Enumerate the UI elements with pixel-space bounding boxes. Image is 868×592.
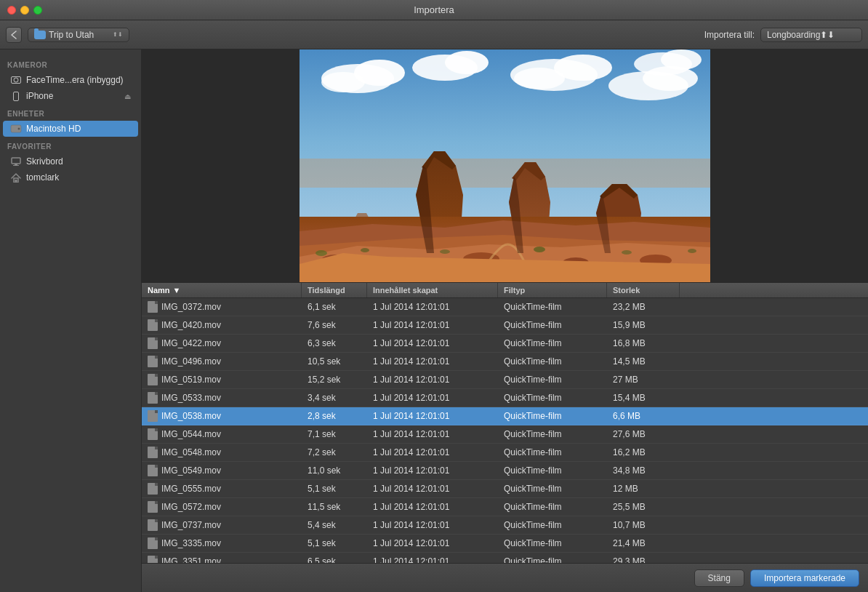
file-created: 1 Jul 2014 12:01:01 [367, 499, 498, 515]
sidebar-item-facetime[interactable]: FaceTime...era (inbyggd) [3, 72, 138, 88]
file-created: 1 Jul 2014 12:01:01 [367, 481, 498, 497]
file-type: QuickTime-film [498, 426, 607, 442]
file-created: 1 Jul 2014 12:01:01 [367, 463, 498, 479]
col-header-created[interactable]: Innehållet skapat [367, 283, 498, 297]
file-size: 29,3 MB [607, 553, 680, 563]
sidebar-item-skrivbord[interactable]: Skrivbord [3, 153, 138, 169]
file-name: IMG_0422.mov [161, 338, 221, 348]
table-row[interactable]: IMG_3351.mov 6,5 sek 1 Jul 2014 12:01:01… [142, 553, 868, 563]
table-row[interactable]: IMG_0555.mov 5,1 sek 1 Jul 2014 12:01:01… [142, 480, 868, 498]
file-created: 1 Jul 2014 12:01:01 [367, 299, 498, 315]
import-to-label: Importera till: [704, 30, 755, 40]
file-type: QuickTime-film [498, 408, 607, 424]
skrivbord-label: Skrivbord [26, 156, 131, 167]
col-header-duration[interactable]: Tidslängd [302, 283, 367, 297]
minimize-button[interactable] [20, 6, 29, 15]
svg-point-1 [18, 128, 20, 130]
file-icon [148, 537, 158, 549]
file-icon [148, 519, 158, 531]
folder-selector[interactable]: Trip to Utah ⬆⬇ [28, 28, 129, 42]
maximize-button[interactable] [33, 6, 42, 15]
preview-image [300, 49, 710, 282]
file-type: QuickTime-film [498, 299, 607, 315]
sidebar-item-tomclark[interactable]: tomclark [3, 169, 138, 185]
file-list-header: Namn ▼ Tidslängd Innehållet skapat Filty… [142, 282, 868, 298]
svg-point-19 [661, 49, 702, 70]
import-dest-selector[interactable]: Longboarding ⬆⬇ [760, 28, 862, 42]
file-name: IMG_0538.mov [161, 411, 221, 421]
folder-icon [34, 31, 46, 39]
file-duration: 6,3 sek [302, 335, 367, 351]
home-icon [10, 172, 22, 183]
file-created: 1 Jul 2014 12:01:01 [367, 553, 498, 563]
file-icon [148, 556, 158, 563]
devices-header: ENHETER [0, 104, 141, 121]
file-size: 16,2 MB [607, 444, 680, 460]
file-icon [148, 410, 158, 422]
file-name: IMG_0549.mov [161, 465, 221, 476]
bottom-bar: Stäng Importera markerade [142, 563, 868, 592]
table-row[interactable]: IMG_0544.mov 7,1 sek 1 Jul 2014 12:01:01… [142, 425, 868, 444]
table-row[interactable]: IMG_0496.mov 10,5 sek 1 Jul 2014 12:01:0… [142, 353, 868, 371]
table-row[interactable]: IMG_0519.mov 15,2 sek 1 Jul 2014 12:01:0… [142, 371, 868, 389]
col-header-name[interactable]: Namn ▼ [142, 283, 302, 297]
table-row[interactable]: IMG_3335.mov 5,1 sek 1 Jul 2014 12:01:01… [142, 535, 868, 553]
file-icon [148, 301, 158, 313]
file-type: QuickTime-film [498, 517, 607, 533]
file-type: QuickTime-film [498, 335, 607, 351]
table-row[interactable]: IMG_0572.mov 11,5 sek 1 Jul 2014 12:01:0… [142, 498, 868, 516]
file-name: IMG_0420.mov [161, 320, 221, 330]
file-type: QuickTime-film [498, 390, 607, 406]
file-duration: 10,5 sek [302, 353, 367, 369]
preview-area [142, 49, 868, 282]
file-created: 1 Jul 2014 12:01:01 [367, 353, 498, 369]
file-size: 10,7 MB [607, 517, 680, 533]
table-row[interactable]: IMG_0538.mov 2,8 sek 1 Jul 2014 12:01:01… [142, 407, 868, 425]
import-button[interactable]: Importera markerade [750, 569, 859, 587]
back-button[interactable] [6, 27, 22, 43]
file-size: 15,9 MB [607, 317, 680, 333]
file-size: 15,4 MB [607, 390, 680, 406]
file-duration: 2,8 sek [302, 408, 367, 424]
table-row[interactable]: IMG_0422.mov 6,3 sek 1 Jul 2014 12:01:01… [142, 335, 868, 353]
col-header-size[interactable]: Storlek [607, 283, 680, 297]
file-icon [148, 392, 158, 404]
eject-icon[interactable]: ⏏ [124, 92, 131, 100]
file-icon [148, 319, 158, 331]
file-type: QuickTime-film [498, 481, 607, 497]
file-rows-container: IMG_0372.mov 6,1 sek 1 Jul 2014 12:01:01… [142, 298, 868, 563]
camera-icon [10, 74, 22, 86]
table-row[interactable]: IMG_0372.mov 6,1 sek 1 Jul 2014 12:01:01… [142, 298, 868, 316]
table-row[interactable]: IMG_0420.mov 7,6 sek 1 Jul 2014 12:01:01… [142, 316, 868, 335]
file-name: IMG_0737.mov [161, 520, 221, 530]
sidebar-item-iphone[interactable]: iPhone ⏏ [3, 88, 138, 104]
file-type: QuickTime-film [498, 444, 607, 460]
macintosh-hd-label: Macintosh HD [26, 124, 131, 134]
import-section: Importera till: Longboarding ⬆⬇ [704, 28, 862, 42]
close-button[interactable] [7, 6, 16, 15]
svg-point-44 [440, 249, 450, 254]
import-dest-arrow: ⬆⬇ [820, 30, 856, 40]
table-row[interactable]: IMG_0549.mov 11,0 sek 1 Jul 2014 12:01:0… [142, 462, 868, 480]
file-list: Namn ▼ Tidslängd Innehållet skapat Filty… [142, 282, 868, 563]
svg-rect-2 [12, 158, 20, 164]
import-dest-value: Longboarding [767, 30, 820, 40]
file-type: QuickTime-film [498, 553, 607, 563]
file-size: 12 MB [607, 481, 680, 497]
file-created: 1 Jul 2014 12:01:01 [367, 517, 498, 533]
facetime-label: FaceTime...era (inbyggd) [26, 75, 131, 85]
table-row[interactable]: IMG_0737.mov 5,4 sek 1 Jul 2014 12:01:01… [142, 516, 868, 535]
file-type: QuickTime-film [498, 317, 607, 333]
table-row[interactable]: IMG_0533.mov 3,4 sek 1 Jul 2014 12:01:01… [142, 389, 868, 407]
svg-point-12 [445, 51, 489, 74]
file-size: 34,8 MB [607, 463, 680, 479]
tomclark-label: tomclark [26, 172, 131, 183]
table-row[interactable]: IMG_0548.mov 7,2 sek 1 Jul 2014 12:01:01… [142, 444, 868, 462]
cancel-button[interactable]: Stäng [694, 569, 744, 587]
sidebar-item-macintosh-hd[interactable]: Macintosh HD [3, 121, 138, 137]
folder-dropdown-arrow: ⬆⬇ [113, 31, 123, 38]
window-title: Importera [414, 4, 454, 15]
file-name: IMG_0533.mov [161, 393, 221, 403]
col-header-type[interactable]: Filtyp [498, 283, 607, 297]
cameras-header: KAMEROR [0, 55, 141, 72]
